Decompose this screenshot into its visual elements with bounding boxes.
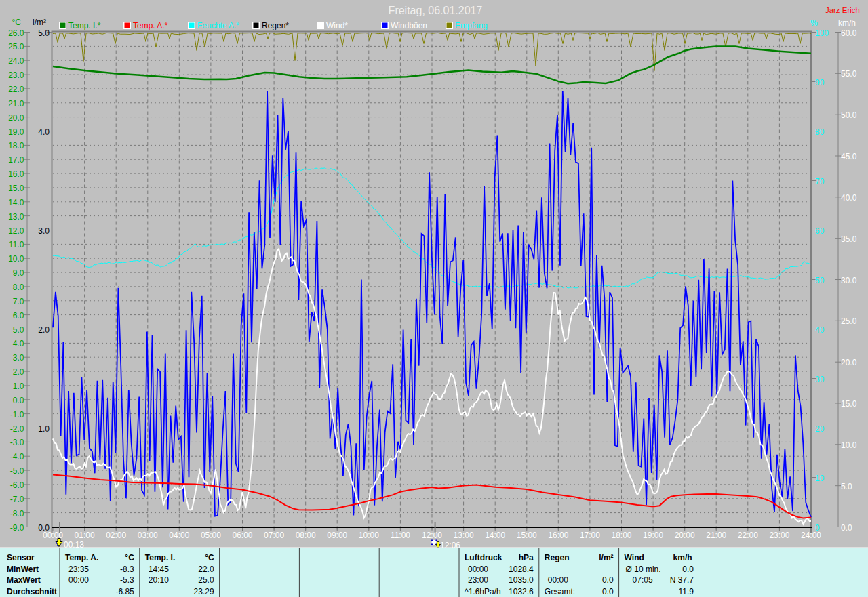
svg-text:-7.0: -7.0 [10, 495, 24, 504]
svg-text:-9.0: -9.0 [10, 523, 24, 533]
svg-text:14:00: 14:00 [485, 531, 505, 540]
svg-text:0.0: 0.0 [13, 396, 24, 405]
svg-text:16:00: 16:00 [548, 531, 568, 540]
svg-text:04:00: 04:00 [169, 531, 189, 540]
svg-text:50: 50 [815, 276, 825, 285]
svg-text:5.0: 5.0 [13, 325, 24, 335]
svg-text:14.0: 14.0 [8, 198, 24, 207]
svg-text:Durchschnitt: Durchschnitt [7, 587, 57, 596]
svg-text:70: 70 [815, 177, 825, 186]
svg-text:17.0: 17.0 [8, 155, 24, 165]
svg-text:Regen*: Regen* [262, 21, 289, 30]
svg-text:-8.3: -8.3 [120, 564, 134, 574]
svg-text:1.0: 1.0 [13, 382, 24, 391]
svg-text:2.0: 2.0 [13, 367, 24, 377]
svg-text:7.0: 7.0 [13, 297, 24, 306]
svg-text:25.0: 25.0 [841, 316, 857, 326]
svg-text:55.0: 55.0 [841, 69, 857, 79]
svg-text:11.0: 11.0 [9, 240, 24, 249]
svg-text:30.0: 30.0 [841, 276, 857, 285]
svg-text:15:00: 15:00 [517, 531, 537, 540]
svg-text:19.0: 19.0 [8, 127, 24, 137]
svg-text:01:00: 01:00 [75, 531, 95, 540]
svg-text:06:00: 06:00 [232, 531, 252, 540]
svg-text:23:00: 23:00 [769, 531, 789, 540]
svg-text:0.0: 0.0 [682, 564, 694, 574]
svg-text:-3.0: -3.0 [10, 438, 24, 447]
svg-text:Ø 10 min.: Ø 10 min. [626, 564, 661, 574]
svg-text:09:00: 09:00 [327, 531, 347, 540]
svg-text:60: 60 [815, 226, 825, 236]
svg-text:50.0: 50.0 [841, 110, 857, 120]
svg-text:25.0: 25.0 [198, 575, 214, 585]
svg-text:26.0: 26.0 [8, 28, 24, 38]
svg-text:1.0: 1.0 [38, 424, 50, 434]
svg-text:hPa: hPa [519, 553, 534, 562]
svg-text:15.0: 15.0 [841, 399, 857, 409]
svg-text:00:00: 00:00 [68, 575, 89, 585]
svg-text:10.0: 10.0 [8, 254, 24, 264]
svg-text:10: 10 [815, 474, 825, 483]
svg-text:02:00: 02:00 [106, 531, 126, 540]
svg-text:-5.0: -5.0 [10, 466, 24, 476]
svg-text:Sensor: Sensor [7, 553, 35, 562]
svg-text:l/m²: l/m² [33, 18, 46, 27]
svg-text:-4.0: -4.0 [10, 452, 24, 461]
svg-text:08:00: 08:00 [296, 531, 316, 540]
svg-text:3.0: 3.0 [38, 226, 50, 236]
svg-text:10.0: 10.0 [841, 440, 857, 450]
svg-text:24:00: 24:00 [801, 531, 821, 540]
svg-text:23:35: 23:35 [68, 564, 89, 574]
svg-text:11.9: 11.9 [679, 587, 694, 596]
svg-text:°C: °C [125, 553, 134, 562]
svg-text:Temp. I.*: Temp. I.* [68, 21, 101, 30]
svg-text:-6.0: -6.0 [10, 480, 24, 490]
svg-text:00:00: 00:00 [468, 564, 488, 574]
svg-text:03:00: 03:00 [138, 531, 158, 540]
svg-text:0.0: 0.0 [602, 587, 614, 596]
svg-text:21.0: 21.0 [8, 99, 24, 108]
svg-text:-8.0: -8.0 [10, 509, 24, 518]
svg-text:-5.3: -5.3 [120, 575, 134, 585]
svg-text:km/h: km/h [673, 553, 692, 562]
svg-text:15.0: 15.0 [8, 184, 24, 193]
svg-text:19:00: 19:00 [643, 531, 663, 540]
svg-text:14:45: 14:45 [149, 564, 169, 574]
svg-text:4.0: 4.0 [38, 127, 50, 137]
svg-text:20.0: 20.0 [841, 358, 857, 367]
svg-text:80: 80 [815, 127, 825, 137]
svg-text:4.0: 4.0 [13, 339, 24, 348]
svg-text:45.0: 45.0 [841, 152, 857, 161]
svg-text:90: 90 [815, 78, 825, 87]
svg-text:60.0: 60.0 [841, 28, 857, 38]
svg-text:5.0: 5.0 [841, 482, 852, 491]
svg-text:Freitag, 06.01.2017: Freitag, 06.01.2017 [389, 5, 483, 16]
svg-text:Luftdruck: Luftdruck [465, 553, 502, 562]
svg-text:20:10: 20:10 [149, 575, 169, 585]
svg-text:9.0: 9.0 [13, 268, 24, 278]
svg-text:1035.0: 1035.0 [509, 575, 534, 585]
svg-text:1028.4: 1028.4 [509, 564, 534, 574]
svg-text:13.0: 13.0 [8, 212, 24, 222]
svg-text:07:05: 07:05 [633, 575, 653, 585]
svg-text:°C: °C [205, 553, 214, 562]
svg-text:^1.6hPa/h: ^1.6hPa/h [465, 587, 501, 596]
svg-text:10:00: 10:00 [359, 531, 379, 540]
svg-text:24.0: 24.0 [8, 56, 24, 66]
svg-text:20:00: 20:00 [675, 531, 695, 540]
svg-text:%: % [810, 18, 818, 28]
svg-text:20: 20 [815, 424, 825, 434]
svg-text:22.0: 22.0 [198, 564, 214, 574]
svg-text:Jarz Erich: Jarz Erich [825, 6, 860, 14]
svg-text:12:00: 12:00 [422, 531, 442, 540]
svg-text:21:00: 21:00 [706, 531, 726, 540]
svg-text:30: 30 [815, 375, 825, 384]
svg-text:Temp. A.*: Temp. A.* [133, 21, 168, 30]
svg-text:22:00: 22:00 [738, 531, 758, 540]
svg-text:13:00: 13:00 [454, 531, 474, 540]
svg-text:°C: °C [12, 18, 22, 27]
svg-text:00:00: 00:00 [548, 575, 568, 585]
svg-text:3.0: 3.0 [13, 353, 24, 363]
svg-text:22.0: 22.0 [8, 85, 24, 94]
svg-text:Empfang: Empfang [455, 21, 488, 30]
